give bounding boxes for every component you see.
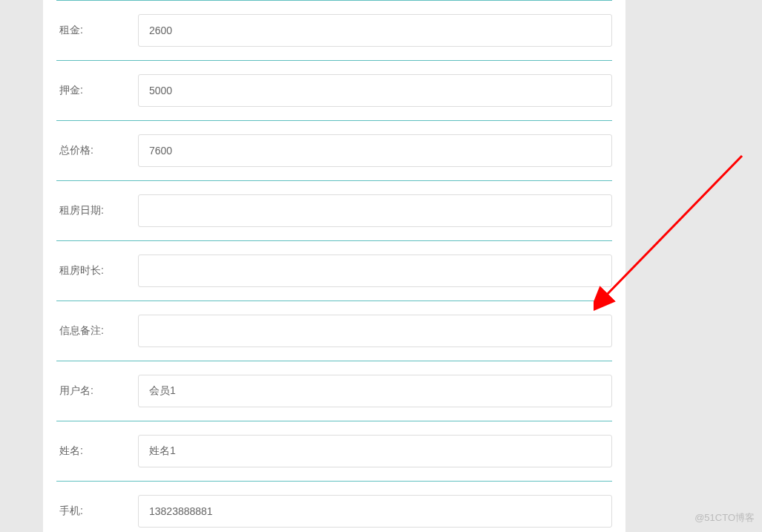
input-username[interactable] <box>138 375 612 407</box>
input-full-name[interactable] <box>138 435 612 467</box>
label-phone: 手机: <box>56 505 138 518</box>
form-row-rent: 租金: <box>56 0 612 61</box>
form-row-deposit: 押金: <box>56 61 612 121</box>
input-rental-date[interactable] <box>138 194 612 227</box>
form-row-rental-date: 租房日期: <box>56 181 612 241</box>
label-rental-duration: 租房时长: <box>56 264 138 278</box>
input-info-remarks[interactable] <box>138 315 612 347</box>
watermark-text: @51CTO博客 <box>694 511 755 525</box>
label-username: 用户名: <box>56 384 138 398</box>
label-rental-date: 租房日期: <box>56 204 138 217</box>
label-info-remarks: 信息备注: <box>56 324 138 338</box>
input-rent[interactable] <box>138 14 612 47</box>
input-rental-duration[interactable] <box>138 254 612 287</box>
label-total-price: 总价格: <box>56 144 138 157</box>
label-full-name: 姓名: <box>56 444 138 458</box>
input-phone[interactable] <box>138 495 612 528</box>
input-deposit[interactable] <box>138 74 612 107</box>
form-row-total-price: 总价格: <box>56 121 612 181</box>
form-row-rental-duration: 租房时长: <box>56 241 612 301</box>
form-row-info-remarks: 信息备注: <box>56 301 612 361</box>
input-total-price[interactable] <box>138 134 612 167</box>
form-row-phone: 手机: <box>56 482 612 532</box>
form-row-username: 用户名: <box>56 361 612 421</box>
form-panel: 租金: 押金: 总价格: 租房日期: 租房时长: 信息备注: 用户名: 姓名: … <box>43 0 625 532</box>
label-deposit: 押金: <box>56 84 138 97</box>
form-row-full-name: 姓名: <box>56 421 612 482</box>
label-rent: 租金: <box>56 24 138 37</box>
